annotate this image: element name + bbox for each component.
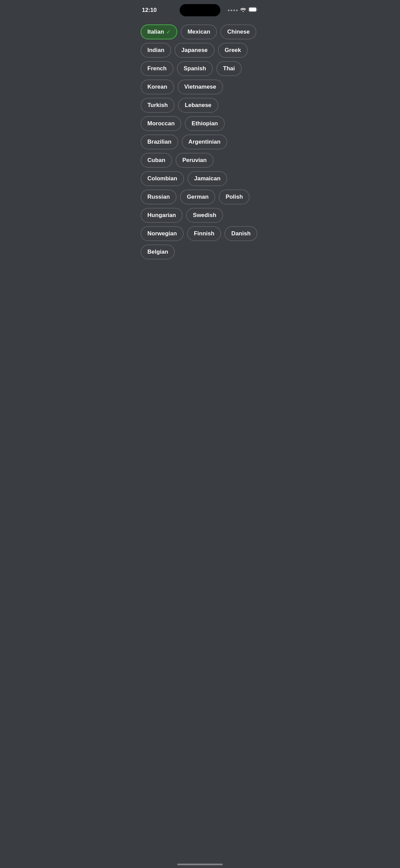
tag-thai[interactable]: Thai: [216, 61, 242, 76]
tag-cuban[interactable]: Cuban: [141, 153, 172, 168]
tag-turkish[interactable]: Turkish: [141, 98, 175, 113]
tag-moroccan[interactable]: Moroccan: [141, 116, 181, 131]
tag-label-finnish: Finnish: [194, 230, 214, 237]
tag-label-belgian: Belgian: [147, 249, 168, 255]
tag-label-chinese: Chinese: [227, 29, 250, 35]
tag-brazilian[interactable]: Brazilian: [141, 134, 178, 149]
tag-norwegian[interactable]: Norwegian: [141, 226, 184, 241]
tag-vietnamese[interactable]: Vietnamese: [178, 79, 223, 94]
tag-label-polish: Polish: [225, 194, 243, 200]
tag-label-mexican: Mexican: [187, 29, 210, 35]
tag-indian[interactable]: Indian: [141, 43, 171, 58]
tag-label-moroccan: Moroccan: [147, 120, 175, 127]
tag-label-greek: Greek: [225, 47, 241, 54]
tag-mexican[interactable]: Mexican: [181, 24, 217, 39]
tag-label-korean: Korean: [147, 84, 167, 90]
dynamic-island: [180, 4, 220, 16]
tag-german[interactable]: German: [180, 189, 215, 204]
tag-finnish[interactable]: Finnish: [187, 226, 221, 241]
tag-italian[interactable]: Italian✓: [141, 24, 177, 39]
tag-label-jamaican: Jamaican: [194, 175, 221, 182]
svg-rect-1: [249, 8, 256, 12]
tag-lebanese[interactable]: Lebanese: [178, 98, 218, 113]
tag-hungarian[interactable]: Hungarian: [141, 208, 183, 223]
tag-chinese[interactable]: Chinese: [220, 24, 256, 39]
status-icons: [228, 7, 258, 13]
tag-label-peruvian: Peruvian: [182, 157, 207, 164]
tag-label-vietnamese: Vietnamese: [184, 84, 216, 90]
tag-label-norwegian: Norwegian: [147, 230, 177, 237]
tag-label-cuban: Cuban: [147, 157, 165, 164]
tag-jamaican[interactable]: Jamaican: [187, 171, 228, 186]
status-time: 12:10: [142, 7, 157, 14]
tag-french[interactable]: French: [141, 61, 174, 76]
tag-label-russian: Russian: [147, 194, 170, 200]
tag-label-thai: Thai: [223, 65, 235, 72]
tag-argentinian[interactable]: Argentinian: [182, 134, 227, 149]
tag-label-japanese: Japanese: [181, 47, 208, 54]
tag-russian[interactable]: Russian: [141, 189, 177, 204]
tag-label-argentinian: Argentinian: [188, 139, 220, 145]
tag-label-lebanese: Lebanese: [185, 102, 211, 109]
tag-label-german: German: [187, 194, 208, 200]
wifi-icon: [240, 7, 246, 13]
tag-label-brazilian: Brazilian: [147, 139, 171, 145]
cuisine-tags-container: Italian✓MexicanChineseIndianJapaneseGree…: [134, 18, 266, 266]
tag-danish[interactable]: Danish: [224, 226, 257, 241]
tag-peruvian[interactable]: Peruvian: [176, 153, 214, 168]
tag-label-danish: Danish: [231, 230, 251, 237]
tag-colombian[interactable]: Colombian: [141, 171, 184, 186]
tag-label-colombian: Colombian: [147, 175, 177, 182]
tag-belgian[interactable]: Belgian: [141, 245, 175, 259]
tag-label-hungarian: Hungarian: [147, 212, 176, 219]
tag-japanese[interactable]: Japanese: [175, 43, 215, 58]
signal-icon: [228, 10, 238, 11]
tag-greek[interactable]: Greek: [218, 43, 248, 58]
tag-swedish[interactable]: Swedish: [186, 208, 223, 223]
tag-polish[interactable]: Polish: [219, 189, 250, 204]
tag-label-indian: Indian: [147, 47, 164, 54]
tag-label-italian: Italian: [147, 29, 164, 35]
tag-korean[interactable]: Korean: [141, 79, 174, 94]
battery-icon: [249, 7, 258, 13]
tag-ethiopian[interactable]: Ethiopian: [185, 116, 224, 131]
tag-label-french: French: [147, 65, 167, 72]
tag-spanish[interactable]: Spanish: [177, 61, 213, 76]
tag-label-turkish: Turkish: [147, 102, 168, 109]
tag-label-ethiopian: Ethiopian: [192, 120, 218, 127]
tag-label-spanish: Spanish: [184, 65, 206, 72]
tag-label-swedish: Swedish: [193, 212, 216, 219]
checkmark-icon: ✓: [166, 29, 170, 35]
